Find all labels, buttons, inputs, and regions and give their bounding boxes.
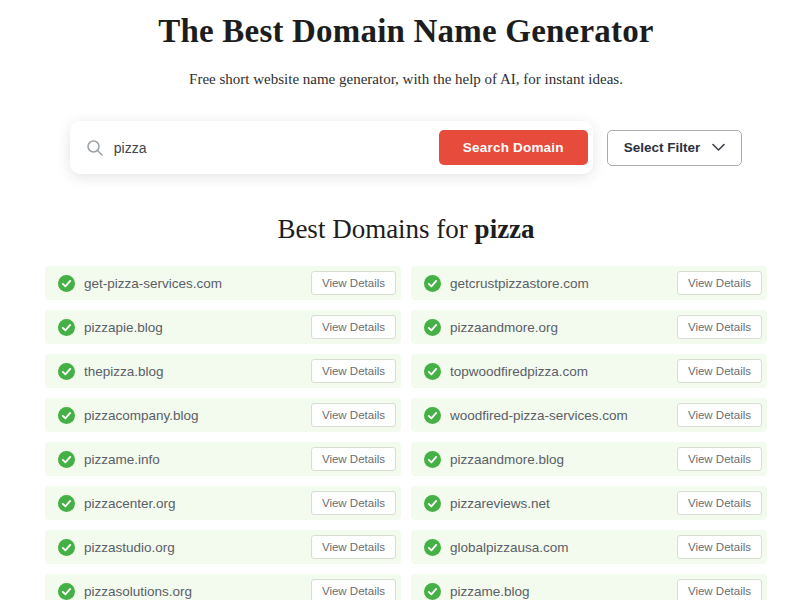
view-details-button[interactable]: View Details — [311, 491, 396, 515]
domain-row-left: pizzacenter.org — [58, 495, 176, 512]
domain-row: pizzastudio.org View Details — [45, 530, 401, 564]
search-box: Search Domain — [70, 121, 593, 174]
domain-row: woodfired-pizza-services.com View Detail… — [411, 398, 767, 432]
view-details-button[interactable]: View Details — [311, 359, 396, 383]
green-check-icon — [58, 319, 75, 336]
view-details-button[interactable]: View Details — [311, 271, 396, 295]
domain-name: pizzastudio.org — [84, 540, 175, 555]
view-details-button[interactable]: View Details — [677, 535, 762, 559]
domain-row: pizzame.info View Details — [45, 442, 401, 476]
green-check-icon — [58, 583, 75, 600]
green-check-icon — [424, 363, 441, 380]
green-check-icon — [424, 451, 441, 468]
domain-row: pizzame.blog View Details — [411, 574, 767, 600]
domain-row: pizzaandmore.org View Details — [411, 310, 767, 344]
domain-row: topwoodfiredpizza.com View Details — [411, 354, 767, 388]
domain-row: globalpizzausa.com View Details — [411, 530, 767, 564]
select-filter-label: Select Filter — [624, 140, 701, 155]
domain-row-left: pizzacompany.blog — [58, 407, 199, 424]
view-details-button[interactable]: View Details — [311, 315, 396, 339]
domain-row: pizzasolutions.org View Details — [45, 574, 401, 600]
domain-name: get-pizza-services.com — [84, 276, 222, 291]
domain-row: pizzapie.blog View Details — [45, 310, 401, 344]
results-heading: Best Domains for pizza — [0, 214, 812, 245]
results-heading-keyword: pizza — [475, 214, 535, 244]
green-check-icon — [58, 495, 75, 512]
domain-name: pizzasolutions.org — [84, 584, 192, 599]
results-grid: get-pizza-services.com View Details pizz… — [45, 266, 767, 600]
view-details-button[interactable]: View Details — [677, 491, 762, 515]
domain-name: getcrustpizzastore.com — [450, 276, 589, 291]
green-check-icon — [58, 539, 75, 556]
green-check-icon — [58, 451, 75, 468]
select-filter-button[interactable]: Select Filter — [607, 130, 743, 166]
green-check-icon — [58, 407, 75, 424]
domain-generator-page: The Best Domain Name Generator Free shor… — [0, 0, 812, 600]
domain-row-left: pizzame.blog — [424, 583, 530, 600]
view-details-button[interactable]: View Details — [311, 403, 396, 427]
domain-row-left: pizzame.info — [58, 451, 160, 468]
domain-row-left: pizzastudio.org — [58, 539, 175, 556]
domain-row: pizzaandmore.blog View Details — [411, 442, 767, 476]
results-column-right: getcrustpizzastore.com View Details pizz… — [411, 266, 767, 600]
chevron-down-icon — [712, 143, 725, 152]
green-check-icon — [424, 407, 441, 424]
green-check-icon — [424, 495, 441, 512]
view-details-button[interactable]: View Details — [677, 447, 762, 471]
domain-row-left: get-pizza-services.com — [58, 275, 222, 292]
search-area: Search Domain Select Filter — [0, 121, 812, 174]
green-check-icon — [58, 363, 75, 380]
domain-row: get-pizza-services.com View Details — [45, 266, 401, 300]
domain-name: pizzapie.blog — [84, 320, 163, 335]
search-input[interactable] — [104, 140, 439, 156]
domain-name: pizzaandmore.blog — [450, 452, 564, 467]
green-check-icon — [424, 539, 441, 556]
green-check-icon — [424, 319, 441, 336]
search-domain-button[interactable]: Search Domain — [439, 130, 588, 165]
page-subtitle: Free short website name generator, with … — [0, 71, 812, 88]
domain-name: topwoodfiredpizza.com — [450, 364, 588, 379]
domain-row-left: topwoodfiredpizza.com — [424, 363, 588, 380]
domain-name: pizzareviews.net — [450, 496, 550, 511]
view-details-button[interactable]: View Details — [677, 359, 762, 383]
domain-row-left: thepizza.blog — [58, 363, 164, 380]
domain-row: pizzareviews.net View Details — [411, 486, 767, 520]
domain-row-left: pizzaandmore.org — [424, 319, 558, 336]
domain-row-left: pizzaandmore.blog — [424, 451, 564, 468]
domain-row-left: globalpizzausa.com — [424, 539, 569, 556]
domain-row-left: getcrustpizzastore.com — [424, 275, 589, 292]
domain-name: woodfired-pizza-services.com — [450, 408, 628, 423]
green-check-icon — [424, 583, 441, 600]
domain-row: thepizza.blog View Details — [45, 354, 401, 388]
domain-name: pizzame.info — [84, 452, 160, 467]
domain-row-left: pizzasolutions.org — [58, 583, 192, 600]
view-details-button[interactable]: View Details — [677, 271, 762, 295]
domain-row-left: pizzapie.blog — [58, 319, 163, 336]
green-check-icon — [58, 275, 75, 292]
view-details-button[interactable]: View Details — [677, 579, 762, 600]
domain-row: getcrustpizzastore.com View Details — [411, 266, 767, 300]
hero-section: The Best Domain Name Generator Free shor… — [0, 0, 812, 88]
domain-row: pizzacompany.blog View Details — [45, 398, 401, 432]
domain-name: globalpizzausa.com — [450, 540, 569, 555]
domain-row-left: woodfired-pizza-services.com — [424, 407, 628, 424]
domain-name: pizzacompany.blog — [84, 408, 199, 423]
domain-name: pizzacenter.org — [84, 496, 176, 511]
domain-name: pizzame.blog — [450, 584, 530, 599]
search-icon — [86, 139, 104, 157]
domain-name: pizzaandmore.org — [450, 320, 558, 335]
results-column-left: get-pizza-services.com View Details pizz… — [45, 266, 401, 600]
domain-name: thepizza.blog — [84, 364, 164, 379]
green-check-icon — [424, 275, 441, 292]
domain-row: pizzacenter.org View Details — [45, 486, 401, 520]
view-details-button[interactable]: View Details — [677, 315, 762, 339]
view-details-button[interactable]: View Details — [677, 403, 762, 427]
view-details-button[interactable]: View Details — [311, 447, 396, 471]
view-details-button[interactable]: View Details — [311, 579, 396, 600]
domain-row-left: pizzareviews.net — [424, 495, 550, 512]
view-details-button[interactable]: View Details — [311, 535, 396, 559]
page-title: The Best Domain Name Generator — [0, 13, 812, 50]
results-heading-prefix: Best Domains for — [277, 214, 474, 244]
